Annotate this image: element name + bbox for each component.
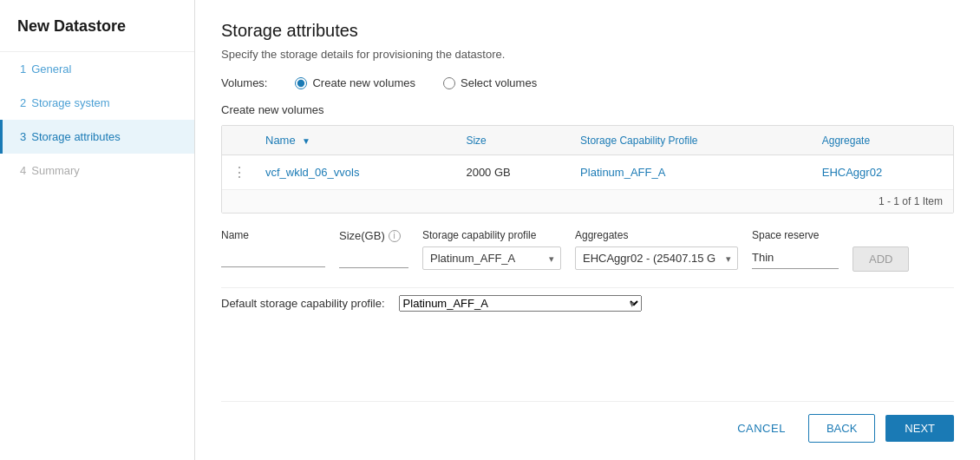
size-label: Size(GB) i — [339, 229, 408, 242]
step-num-summary: 4 — [20, 164, 26, 177]
scp-label: Storage capability profile — [422, 229, 561, 241]
radio-select-volumes[interactable]: Select volumes — [443, 76, 537, 89]
step-num-storage-system: 2 — [20, 96, 26, 109]
default-profile-select[interactable]: Platinum_AFF_A — [399, 295, 642, 312]
main-content: Storage attributes Specify the storage d… — [195, 0, 980, 460]
row-size: 2000 GB — [455, 155, 570, 190]
sidebar-title: New Datastore — [0, 0, 194, 52]
sidebar-item-storage-attributes[interactable]: 3 Storage attributes — [0, 120, 194, 154]
space-reserve-value: Thin — [752, 246, 839, 269]
name-group: Name — [221, 229, 325, 267]
radio-create-volumes[interactable]: Create new volumes — [295, 76, 415, 89]
sidebar-label-storage-attributes: Storage attributes — [31, 130, 121, 143]
default-profile-row: Default storage capability profile: Plat… — [221, 287, 954, 312]
space-reserve-label: Space reserve — [752, 229, 839, 241]
row-aggregate[interactable]: EHCAggr02 — [812, 155, 953, 190]
table-row: ⋮ vcf_wkld_06_vvols 2000 GB Platinum_AFF… — [222, 155, 953, 190]
row-drag-handle[interactable]: ⋮ — [222, 155, 255, 190]
scp-select[interactable]: Platinum_AFF_A Gold_AFF_A Silver_AFF_A — [422, 246, 561, 270]
aggregates-label: Aggregates — [575, 229, 738, 241]
col-scp: Storage Capability Profile — [570, 126, 812, 155]
sidebar-item-storage-system[interactable]: 2 Storage system — [0, 86, 194, 120]
row-name[interactable]: vcf_wkld_06_vvols — [255, 155, 455, 190]
pagination: 1 - 1 of 1 Item — [222, 190, 953, 213]
scp-group: Storage capability profile Platinum_AFF_… — [422, 229, 561, 270]
radio-create-input[interactable] — [295, 77, 307, 89]
sidebar: New Datastore 1 General 2 Storage system… — [0, 0, 195, 460]
name-input[interactable] — [221, 246, 325, 267]
sidebar-item-general[interactable]: 1 General — [0, 52, 194, 86]
name-label: Name — [221, 229, 325, 241]
size-group: Size(GB) i — [339, 229, 408, 268]
aggregates-group: Aggregates EHCAggr02 - (25407.15 G — [575, 229, 738, 270]
sidebar-label-storage-system: Storage system — [31, 96, 109, 109]
section-create-new: Create new volumes — [221, 103, 954, 116]
back-button[interactable]: BACK — [808, 414, 875, 443]
aggregates-select[interactable]: EHCAggr02 - (25407.15 G — [575, 246, 738, 270]
aggregates-select-wrapper: EHCAggr02 - (25407.15 G — [575, 246, 738, 270]
cancel-button[interactable]: CANCEL — [725, 415, 798, 442]
page-title: Storage attributes — [221, 21, 954, 41]
step-num-general: 1 — [20, 62, 26, 76]
volume-selector: Volumes: Create new volumes Select volum… — [221, 76, 954, 89]
col-aggregate: Aggregate — [812, 126, 953, 155]
space-reserve-group: Space reserve Thin — [752, 229, 839, 269]
default-profile-label: Default storage capability profile: — [221, 297, 385, 310]
sidebar-label-general: General — [31, 62, 71, 76]
next-button[interactable]: NEXT — [885, 415, 954, 442]
add-button[interactable]: ADD — [853, 246, 909, 272]
row-scp[interactable]: Platinum_AFF_A — [570, 155, 812, 190]
sidebar-item-summary: 4 Summary — [0, 154, 194, 187]
step-num-storage-attributes: 3 — [20, 130, 26, 143]
radio-select-label: Select volumes — [461, 76, 537, 89]
size-input[interactable] — [339, 247, 408, 268]
add-volume-form: Name Size(GB) i Storage capability profi… — [221, 229, 954, 272]
footer: CANCEL BACK NEXT — [221, 401, 954, 443]
scp-select-wrapper: Platinum_AFF_A Gold_AFF_A Silver_AFF_A — [422, 246, 561, 270]
drag-icon: ⋮ — [232, 165, 245, 180]
col-name: Name ▼ — [255, 126, 455, 155]
radio-select-input[interactable] — [443, 77, 455, 89]
volumes-label: Volumes: — [221, 76, 267, 89]
sort-icon[interactable]: ▼ — [302, 136, 310, 146]
volumes-table-wrapper: Name ▼ Size Storage Capability Profile A… — [221, 125, 954, 214]
sidebar-label-summary: Summary — [31, 164, 80, 177]
size-info-icon[interactable]: i — [389, 230, 401, 242]
col-drag — [222, 126, 255, 155]
radio-create-label: Create new volumes — [312, 76, 415, 89]
page-subtitle: Specify the storage details for provisio… — [221, 48, 954, 61]
col-size: Size — [455, 126, 570, 155]
volumes-table: Name ▼ Size Storage Capability Profile A… — [222, 126, 953, 190]
default-profile-select-wrapper: Platinum_AFF_A — [399, 295, 642, 312]
